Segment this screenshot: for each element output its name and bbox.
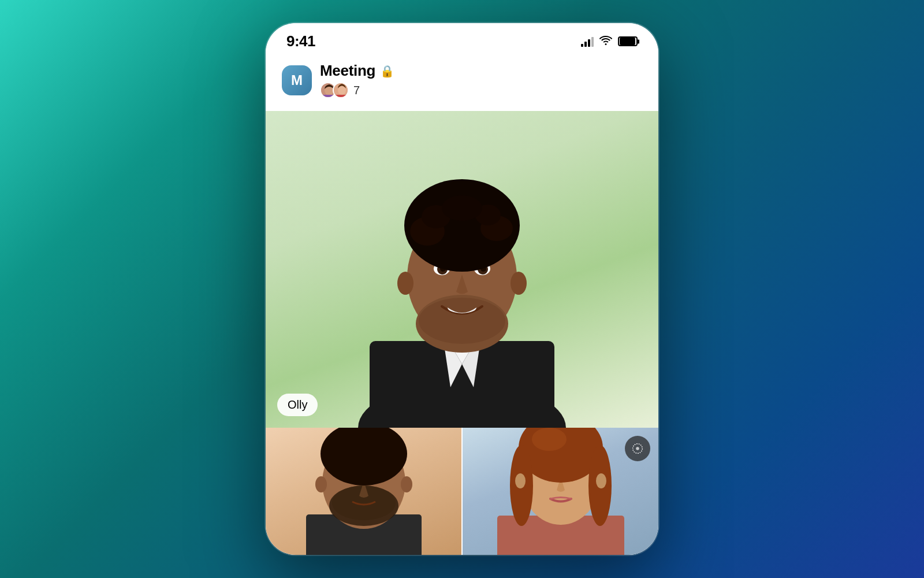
svg-point-28: [511, 272, 527, 295]
svg-point-26: [442, 195, 482, 221]
speaker-svg: [341, 121, 583, 428]
svg-point-27: [397, 272, 413, 295]
participant-avatars: [320, 82, 349, 98]
meeting-title: Meeting: [320, 62, 375, 80]
svg-point-59: [636, 447, 639, 450]
wifi-icon: [599, 36, 612, 47]
main-video[interactable]: Olly: [266, 111, 658, 428]
status-icons: [581, 36, 638, 47]
svg-point-56: [515, 473, 526, 488]
phone-frame: 9:41 M: [266, 23, 658, 555]
svg-point-14: [419, 298, 505, 344]
svg-point-55: [532, 428, 567, 451]
lock-icon: 🔒: [380, 64, 394, 78]
svg-point-42: [401, 476, 412, 492]
meeting-info: Meeting 🔒: [320, 62, 394, 98]
svg-rect-2: [321, 95, 336, 98]
video-cell-1[interactable]: [266, 428, 461, 555]
meeting-avatar: M: [282, 65, 312, 95]
cell-person-1-svg: [295, 428, 433, 555]
video-grid: [266, 428, 658, 555]
status-time: 9:41: [286, 32, 315, 50]
battery-icon: [618, 36, 638, 46]
status-bar: 9:41: [266, 23, 658, 55]
speaker-container: [266, 111, 658, 428]
svg-rect-5: [334, 95, 349, 98]
settings-button[interactable]: [625, 436, 650, 461]
cell-person-2-svg: [491, 428, 630, 555]
meeting-header: M Meeting 🔒: [266, 55, 658, 111]
svg-point-41: [315, 476, 327, 492]
speaker-name-label: Olly: [277, 394, 318, 416]
participant-avatar-2: [333, 82, 349, 98]
participants-row: 7: [320, 82, 394, 98]
signal-icon: [581, 36, 594, 47]
svg-point-57: [596, 473, 606, 488]
video-cell-2[interactable]: [461, 428, 658, 555]
participant-count: 7: [353, 84, 360, 97]
